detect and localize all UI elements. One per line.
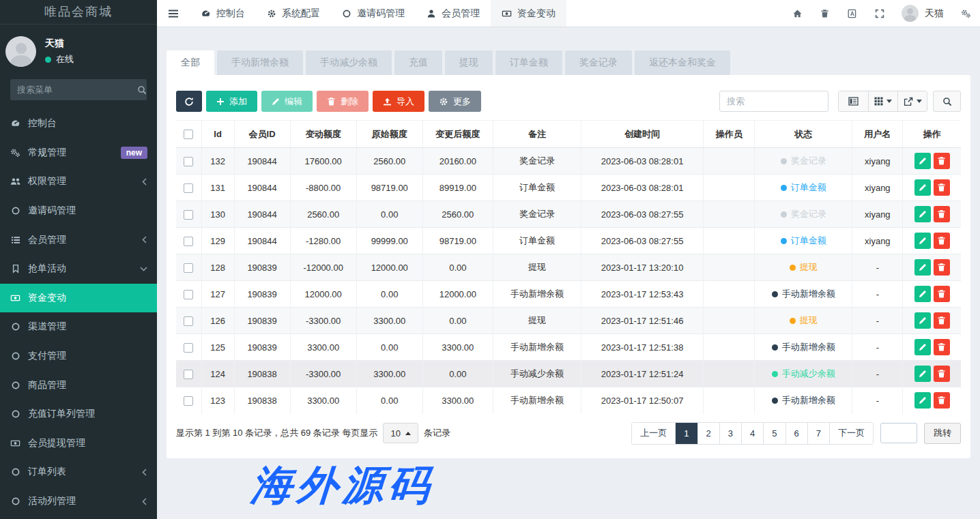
- row-edit-button[interactable]: [914, 233, 931, 249]
- page-button-3[interactable]: 3: [719, 423, 741, 444]
- export-button[interactable]: [897, 91, 927, 111]
- row-edit-button[interactable]: [914, 312, 931, 329]
- topnav-tab-3[interactable]: 邀请码管理: [331, 0, 416, 27]
- row-checkbox[interactable]: [184, 237, 193, 246]
- row-edit-button[interactable]: [914, 339, 931, 355]
- topnav-user[interactable]: 天猫: [893, 5, 952, 22]
- filter-tab-4[interactable]: 充值: [394, 50, 442, 75]
- page-button-6[interactable]: 6: [786, 423, 807, 444]
- row-edit-button[interactable]: [914, 286, 931, 302]
- menu-toggle-icon[interactable]: [157, 0, 190, 27]
- col-header[interactable]: 备注: [493, 121, 581, 148]
- col-header[interactable]: Id: [201, 121, 234, 148]
- filter-tab-5[interactable]: 提现: [445, 50, 493, 75]
- select-all-checkbox[interactable]: [184, 130, 193, 139]
- filter-tab-7[interactable]: 奖金记录: [565, 50, 632, 75]
- expand-icon[interactable]: [866, 0, 893, 27]
- sidebar-item-2[interactable]: 常规管理new: [0, 138, 157, 168]
- gears-icon[interactable]: [952, 0, 980, 27]
- page-button-2[interactable]: 2: [697, 423, 719, 444]
- col-header[interactable]: 会员ID: [234, 121, 290, 148]
- next-page-button[interactable]: 下一页: [829, 423, 873, 444]
- row-checkbox[interactable]: [184, 183, 193, 193]
- prev-page-button[interactable]: 上一页: [632, 423, 675, 444]
- col-header[interactable]: 变动额度: [290, 121, 356, 148]
- row-delete-button[interactable]: [934, 392, 950, 409]
- col-header[interactable]: 状态: [755, 121, 852, 148]
- topnav-tab-4[interactable]: 会员管理: [416, 0, 491, 27]
- col-header[interactable]: 操作员: [704, 121, 755, 148]
- sidebar-item-7[interactable]: 资金变动: [0, 284, 157, 313]
- sidebar-item-6[interactable]: 抢单活动: [0, 254, 157, 284]
- topnav-tab-2[interactable]: 系统配置: [256, 0, 331, 27]
- sidebar-item-9[interactable]: 支付管理: [0, 342, 157, 371]
- row-checkbox[interactable]: [184, 157, 193, 166]
- row-edit-button[interactable]: [914, 392, 931, 409]
- row-checkbox[interactable]: [184, 370, 193, 379]
- page-button-7[interactable]: 7: [807, 423, 829, 444]
- table-search-input[interactable]: [719, 91, 828, 112]
- row-edit-button[interactable]: [914, 206, 931, 222]
- sidebar-item-14[interactable]: 活动列管理: [0, 487, 157, 516]
- search-icon[interactable]: [137, 85, 147, 95]
- row-delete-button[interactable]: [934, 179, 950, 196]
- columns-button[interactable]: [868, 91, 897, 111]
- sidebar-item-12[interactable]: 会员提现管理: [0, 429, 157, 458]
- page-size-dropdown[interactable]: 10: [383, 423, 418, 443]
- row-checkbox[interactable]: [184, 290, 193, 299]
- edit-button[interactable]: 编辑: [261, 91, 313, 112]
- jump-button[interactable]: 跳转: [924, 423, 961, 444]
- advanced-search-button[interactable]: [933, 91, 961, 112]
- row-delete-button[interactable]: [934, 339, 950, 355]
- sidebar-item-5[interactable]: 会员管理: [0, 225, 157, 254]
- refresh-button[interactable]: [176, 91, 202, 112]
- filter-tab-8[interactable]: 返还本金和奖金: [635, 50, 730, 75]
- row-checkbox[interactable]: [184, 263, 193, 273]
- row-delete-button[interactable]: [934, 366, 950, 382]
- row-delete-button[interactable]: [934, 286, 950, 302]
- row-edit-button[interactable]: [914, 153, 931, 169]
- filter-tab-2[interactable]: 手动新增余额: [217, 50, 303, 75]
- sidebar-item-1[interactable]: 控制台: [0, 109, 157, 138]
- jump-page-input[interactable]: [880, 423, 917, 443]
- more-button[interactable]: 更多: [429, 91, 481, 112]
- trash-icon[interactable]: [811, 0, 838, 27]
- col-header[interactable]: 原始额度: [356, 121, 422, 148]
- topnav-tab-5[interactable]: 资金变动: [491, 0, 566, 27]
- row-delete-button[interactable]: [934, 259, 950, 276]
- col-header[interactable]: 用户名: [852, 121, 903, 148]
- row-checkbox[interactable]: [184, 343, 193, 353]
- page-button-4[interactable]: 4: [741, 423, 763, 444]
- add-button[interactable]: 添加: [206, 91, 257, 112]
- sidebar-item-13[interactable]: 订单列表: [0, 458, 157, 487]
- filter-tab-3[interactable]: 手动减少余额: [306, 50, 392, 75]
- row-delete-button[interactable]: [934, 233, 950, 249]
- row-edit-button[interactable]: [914, 179, 931, 196]
- col-header[interactable]: 创建时间: [581, 121, 703, 148]
- col-header[interactable]: 操作: [903, 121, 961, 148]
- filter-tab-6[interactable]: 订单金额: [495, 50, 562, 75]
- row-edit-button[interactable]: [914, 366, 931, 382]
- import-button[interactable]: 导入: [373, 91, 424, 112]
- sidebar-item-3[interactable]: 权限管理: [0, 167, 157, 196]
- translate-icon[interactable]: [838, 0, 866, 27]
- topnav-tab-1[interactable]: 控制台: [190, 0, 256, 27]
- row-delete-button[interactable]: [934, 312, 950, 329]
- delete-button[interactable]: 删除: [317, 91, 369, 112]
- sidebar-item-8[interactable]: 渠道管理: [0, 312, 157, 342]
- detail-view-button[interactable]: [839, 91, 868, 111]
- row-delete-button[interactable]: [934, 206, 950, 222]
- page-button-5[interactable]: 5: [763, 423, 785, 444]
- sidebar-search-input[interactable]: [17, 85, 137, 95]
- page-button-1[interactable]: 1: [675, 423, 697, 444]
- sidebar-item-11[interactable]: 充值订单列管理: [0, 400, 157, 429]
- filter-tab-1[interactable]: 全部: [167, 50, 214, 75]
- sidebar-item-4[interactable]: 邀请码管理: [0, 196, 157, 226]
- row-delete-button[interactable]: [934, 153, 950, 169]
- row-checkbox[interactable]: [184, 396, 193, 406]
- sidebar-item-10[interactable]: 商品管理: [0, 370, 157, 400]
- row-checkbox[interactable]: [184, 210, 193, 220]
- col-header[interactable]: 变更后额度: [422, 121, 493, 148]
- row-edit-button[interactable]: [914, 259, 931, 276]
- row-checkbox[interactable]: [184, 316, 193, 326]
